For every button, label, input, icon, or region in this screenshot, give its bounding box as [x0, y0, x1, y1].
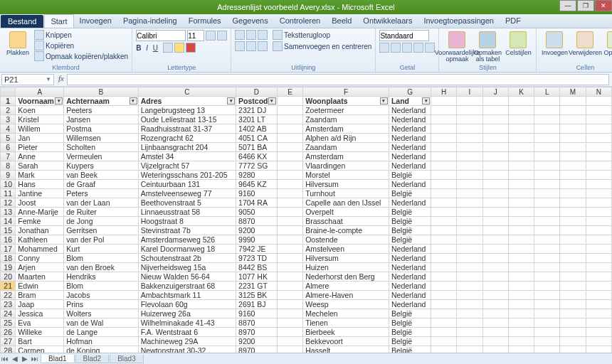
- cell[interactable]: [534, 152, 560, 161]
- cell[interactable]: [586, 189, 611, 198]
- cell[interactable]: [457, 189, 482, 198]
- col-header[interactable]: M: [560, 87, 586, 97]
- cell[interactable]: België: [389, 171, 431, 180]
- cell[interactable]: [431, 124, 457, 134]
- cell[interactable]: België: [389, 189, 431, 198]
- cell[interactable]: [560, 318, 586, 328]
- cell[interactable]: [508, 245, 534, 254]
- cell[interactable]: [431, 245, 457, 254]
- cell[interactable]: 8870: [236, 318, 278, 328]
- cell[interactable]: 3125 BK: [236, 291, 278, 300]
- cell[interactable]: Jan: [16, 134, 64, 143]
- cell[interactable]: [457, 198, 482, 208]
- col-header[interactable]: J: [482, 87, 508, 97]
- cell[interactable]: [534, 346, 560, 353]
- cell[interactable]: [482, 180, 508, 189]
- row-header[interactable]: 24: [1, 309, 16, 318]
- cell[interactable]: Peters: [64, 189, 139, 198]
- cell[interactable]: 8970: [236, 328, 278, 337]
- filter-icon[interactable]: ▾: [380, 97, 388, 105]
- filter-icon[interactable]: ▾: [227, 97, 235, 105]
- cell[interactable]: Willeke: [16, 328, 64, 337]
- font-size-select[interactable]: [187, 30, 204, 41]
- cell[interactable]: 1077 HK: [236, 272, 278, 282]
- cell[interactable]: [431, 189, 457, 198]
- cell[interactable]: Nederland: [389, 152, 431, 161]
- filter-icon[interactable]: ▾: [268, 97, 276, 105]
- cell[interactable]: 9200: [236, 226, 278, 235]
- cell[interactable]: Blom: [64, 254, 139, 263]
- cell[interactable]: [457, 217, 482, 226]
- cell[interactable]: Raadhuisstraat 31-37: [138, 124, 236, 134]
- border-icon[interactable]: [163, 43, 173, 53]
- cell[interactable]: Nederland: [389, 245, 431, 254]
- cell[interactable]: [482, 328, 508, 337]
- cell[interactable]: Mohammed: [16, 245, 64, 254]
- cell[interactable]: Anne-Marije: [16, 208, 64, 217]
- ribbon-tab[interactable]: Pagina-indeling: [117, 14, 183, 28]
- cell[interactable]: Jansen: [64, 115, 139, 124]
- cell[interactable]: Rozengracht 62: [138, 134, 236, 143]
- cell[interactable]: [482, 235, 508, 245]
- cell[interactable]: 7942 JE: [236, 245, 278, 254]
- cell[interactable]: [277, 161, 302, 171]
- cell[interactable]: Nijverheidsweg 15a: [138, 263, 236, 272]
- cell[interactable]: Bart: [16, 337, 64, 346]
- cell[interactable]: Blom: [64, 282, 139, 291]
- row-header[interactable]: 10: [1, 180, 16, 189]
- cell[interactable]: [586, 245, 611, 254]
- cell[interactable]: [482, 272, 508, 282]
- ribbon-tab[interactable]: Beeld: [326, 14, 357, 28]
- sheet-tab[interactable]: Blad2: [75, 355, 110, 363]
- cell[interactable]: [508, 309, 534, 318]
- cell[interactable]: Nederland: [389, 180, 431, 189]
- cell[interactable]: [586, 318, 611, 328]
- cell[interactable]: België: [389, 346, 431, 353]
- col-header[interactable]: E: [277, 87, 302, 97]
- cell[interactable]: [586, 208, 611, 217]
- cell[interactable]: [431, 328, 457, 337]
- cell[interactable]: [534, 171, 560, 180]
- cell[interactable]: Koen: [16, 106, 64, 115]
- row-header[interactable]: 5: [1, 134, 16, 143]
- cell[interactable]: Machineweg 29A: [138, 337, 236, 346]
- cell[interactable]: Nederland: [389, 263, 431, 272]
- italic-button[interactable]: I: [146, 44, 148, 52]
- header-cell[interactable]: [586, 97, 611, 106]
- cell[interactable]: [560, 254, 586, 263]
- cell[interactable]: Jacobs: [64, 291, 139, 300]
- cell[interactable]: Hoogstraat 8: [138, 217, 236, 226]
- cell[interactable]: [508, 226, 534, 235]
- cell[interactable]: [482, 115, 508, 124]
- cell[interactable]: [534, 318, 560, 328]
- cell[interactable]: [508, 254, 534, 263]
- cell[interactable]: [560, 300, 586, 309]
- header-cell[interactable]: Voornaam▾: [16, 97, 64, 106]
- cell[interactable]: [431, 254, 457, 263]
- cell[interactable]: België: [389, 235, 431, 245]
- fx-icon[interactable]: fx: [56, 74, 67, 85]
- cell[interactable]: [534, 282, 560, 291]
- number-format-select[interactable]: [379, 30, 429, 41]
- underline-button[interactable]: U: [153, 44, 158, 52]
- cell[interactable]: [457, 180, 482, 189]
- cell[interactable]: Nederland: [389, 300, 431, 309]
- cell[interactable]: [586, 152, 611, 161]
- cell[interactable]: [560, 171, 586, 180]
- cell[interactable]: [457, 309, 482, 318]
- cell[interactable]: van den Broek: [64, 263, 139, 272]
- cell[interactable]: België: [389, 226, 431, 235]
- cell[interactable]: Nederland: [389, 115, 431, 124]
- formula-bar[interactable]: [67, 74, 609, 85]
- cell[interactable]: 9723 TD: [236, 254, 278, 263]
- cell[interactable]: Vijzelgracht 57: [138, 161, 236, 171]
- cell[interactable]: [534, 180, 560, 189]
- cell[interactable]: België: [389, 217, 431, 226]
- cell[interactable]: [560, 208, 586, 217]
- wrap-text-icon[interactable]: [273, 30, 283, 40]
- cell[interactable]: [457, 208, 482, 217]
- cell[interactable]: Lijnbaansgracht 204: [138, 143, 236, 152]
- cell[interactable]: [534, 124, 560, 134]
- dec-decimal-icon[interactable]: [425, 43, 435, 53]
- cell[interactable]: [534, 309, 560, 318]
